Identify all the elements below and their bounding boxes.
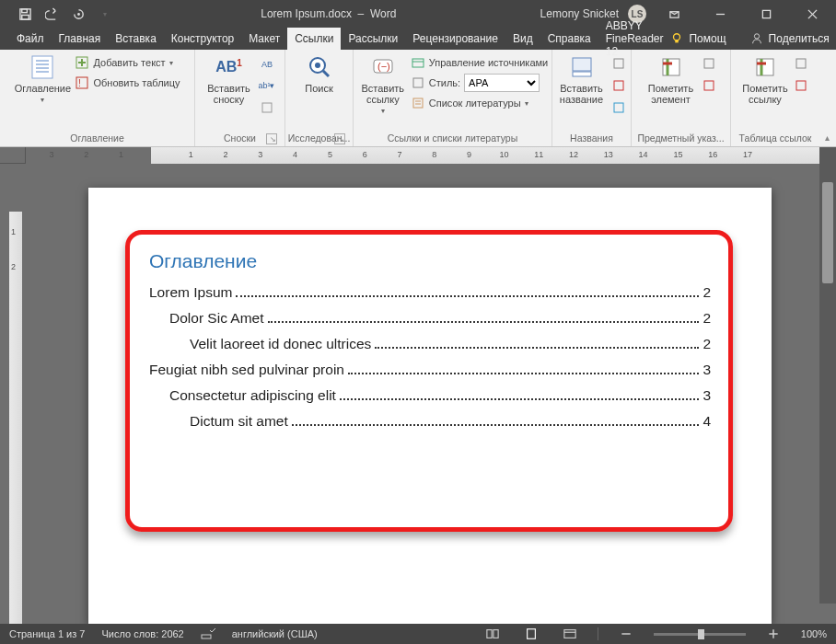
tell-me-input[interactable]: Помощ bbox=[689, 32, 726, 45]
ruler-tick: 1 bbox=[119, 150, 123, 159]
auth-sub1-button[interactable] bbox=[791, 53, 811, 74]
collapse-ribbon-button[interactable]: ▴ bbox=[819, 50, 834, 146]
svg-rect-40 bbox=[663, 59, 679, 75]
insert-caption-button[interactable]: Вставить название bbox=[555, 53, 609, 105]
toc-button[interactable]: Оглавление ▾ bbox=[14, 53, 71, 104]
svg-point-9 bbox=[674, 34, 680, 40]
svg-rect-29 bbox=[412, 59, 424, 67]
vertical-scrollbar[interactable] bbox=[819, 147, 836, 604]
ruler-tick: 16 bbox=[708, 150, 717, 159]
minimize-button[interactable] bbox=[702, 0, 738, 28]
footnotes-launcher[interactable]: ↘ bbox=[266, 133, 277, 144]
caption-sub1-button[interactable] bbox=[609, 53, 629, 74]
status-words[interactable]: Число слов: 2062 bbox=[101, 628, 183, 639]
zoom-in-button[interactable] bbox=[762, 626, 784, 642]
insert-footnote-button[interactable]: AB1 Вставить сноску bbox=[203, 53, 255, 105]
vertical-ruler[interactable]: 12 bbox=[0, 164, 26, 624]
tab-layout[interactable]: Макет bbox=[241, 28, 287, 50]
share-icon bbox=[750, 32, 763, 45]
svg-rect-36 bbox=[573, 72, 591, 76]
caption-sub3-button[interactable] bbox=[609, 98, 629, 118]
bibliography-button[interactable]: Список литературы▾ bbox=[411, 94, 548, 112]
footnote-next-button[interactable]: ab¹▾ bbox=[257, 75, 277, 96]
tab-abbyy[interactable]: ABBYY FineReader 12 bbox=[598, 28, 671, 50]
svg-rect-23 bbox=[262, 103, 272, 112]
footnote-show-button[interactable] bbox=[257, 98, 277, 118]
user-name[interactable]: Lemony Snicket bbox=[540, 7, 619, 20]
toc-label: Оглавление bbox=[15, 83, 71, 94]
update-icon: ! bbox=[75, 75, 89, 90]
share-button[interactable]: Поделиться bbox=[769, 32, 830, 45]
mark-citation-button[interactable]: Пометить ссылку bbox=[739, 53, 791, 105]
ruler-tick: 3 bbox=[258, 150, 262, 159]
svg-rect-37 bbox=[614, 59, 623, 68]
group-toc-label: Оглавление bbox=[70, 132, 124, 144]
group-index: Пометить элемент Предметный указ... bbox=[632, 50, 731, 146]
tab-design[interactable]: Конструктор bbox=[164, 28, 241, 50]
zoom-knob[interactable] bbox=[698, 629, 704, 639]
svg-rect-39 bbox=[614, 103, 623, 112]
citation-icon: (−) bbox=[369, 53, 397, 81]
undo-button[interactable] bbox=[40, 2, 64, 26]
update-table-button[interactable]: ! Обновить таблицу bbox=[75, 74, 180, 92]
spellcheck-icon[interactable] bbox=[201, 627, 215, 641]
zoom-out-button[interactable] bbox=[615, 626, 637, 642]
ruler-tick: 4 bbox=[293, 150, 297, 159]
horizontal-ruler[interactable]: 3211234567891011121314151617 bbox=[26, 147, 819, 164]
web-layout-button[interactable] bbox=[559, 626, 581, 642]
manage-sources-button[interactable]: Управление источниками bbox=[411, 53, 548, 72]
print-layout-button[interactable] bbox=[520, 626, 542, 642]
svg-rect-50 bbox=[202, 635, 211, 638]
maximize-button[interactable] bbox=[748, 0, 784, 28]
bibliography-icon bbox=[411, 96, 425, 110]
ruler-tick: 2 bbox=[223, 150, 227, 159]
smart-lookup-button[interactable]: Поиск bbox=[292, 53, 347, 94]
ribbon: Оглавление ▾ Добавить текст▾ ! Обновить … bbox=[0, 50, 836, 147]
tab-insert[interactable]: Вставка bbox=[108, 28, 164, 50]
ruler-tick: 1 bbox=[189, 150, 193, 159]
index-sub1-button[interactable] bbox=[699, 53, 719, 74]
close-button[interactable] bbox=[794, 0, 830, 28]
tab-view[interactable]: Вид bbox=[505, 28, 540, 50]
caption-sub2-button[interactable] bbox=[609, 75, 629, 96]
auth-sub2-button[interactable] bbox=[791, 75, 811, 96]
zoom-slider[interactable] bbox=[654, 633, 746, 636]
ruler-corner[interactable] bbox=[0, 147, 26, 164]
group-index-label: Предметный указ... bbox=[637, 132, 724, 144]
svg-rect-45 bbox=[757, 59, 773, 75]
group-citations: (−) Вставить ссылку▾ Управление источник… bbox=[354, 50, 552, 146]
research-launcher[interactable]: ↘ bbox=[334, 133, 345, 144]
group-research: Поиск Исследован...↘ bbox=[285, 50, 354, 146]
group-authorities-label: Таблица ссылок bbox=[739, 132, 812, 144]
quick-access-toolbar: ▾ bbox=[0, 2, 117, 26]
footnote-sub1-button[interactable]: AB bbox=[257, 53, 277, 74]
save-button[interactable] bbox=[13, 2, 37, 26]
zoom-level[interactable]: 100% bbox=[801, 628, 827, 639]
tab-references[interactable]: Ссылки bbox=[287, 28, 341, 50]
svg-rect-31 bbox=[413, 78, 423, 87]
insert-citation-button[interactable]: (−) Вставить ссылку▾ bbox=[357, 53, 409, 115]
mark-entry-button[interactable]: Пометить элемент bbox=[644, 53, 699, 105]
tab-review[interactable]: Рецензирование bbox=[405, 28, 505, 50]
qat-customize-button[interactable]: ▾ bbox=[93, 2, 117, 26]
status-page[interactable]: Страница 1 из 7 bbox=[9, 628, 85, 639]
group-captions: Вставить название Названия bbox=[552, 50, 632, 146]
read-mode-button[interactable] bbox=[482, 626, 504, 642]
tab-file[interactable]: Файл bbox=[9, 28, 52, 50]
tab-help[interactable]: Справка bbox=[540, 28, 598, 50]
status-language[interactable]: английский (США) bbox=[232, 628, 318, 639]
svg-rect-2 bbox=[21, 15, 29, 19]
document-view[interactable]: Оглавление Lorem Ipsum2Dolor Sic Amet2Ve… bbox=[26, 164, 819, 624]
status-bar: Страница 1 из 7 Число слов: 2062 английс… bbox=[0, 624, 836, 644]
group-captions-label: Названия bbox=[570, 132, 613, 144]
tab-mailings[interactable]: Рассылки bbox=[341, 28, 405, 50]
svg-rect-48 bbox=[796, 59, 806, 68]
citation-style-select[interactable]: APA bbox=[464, 74, 540, 92]
tab-home[interactable]: Главная bbox=[52, 28, 109, 50]
add-text-button[interactable]: Добавить текст▾ bbox=[75, 53, 180, 72]
redo-button[interactable] bbox=[66, 2, 90, 26]
index-sub2-button[interactable] bbox=[699, 75, 719, 96]
ruler-tick: 6 bbox=[363, 150, 367, 159]
svg-rect-44 bbox=[704, 81, 714, 90]
scroll-thumb[interactable] bbox=[822, 182, 833, 283]
